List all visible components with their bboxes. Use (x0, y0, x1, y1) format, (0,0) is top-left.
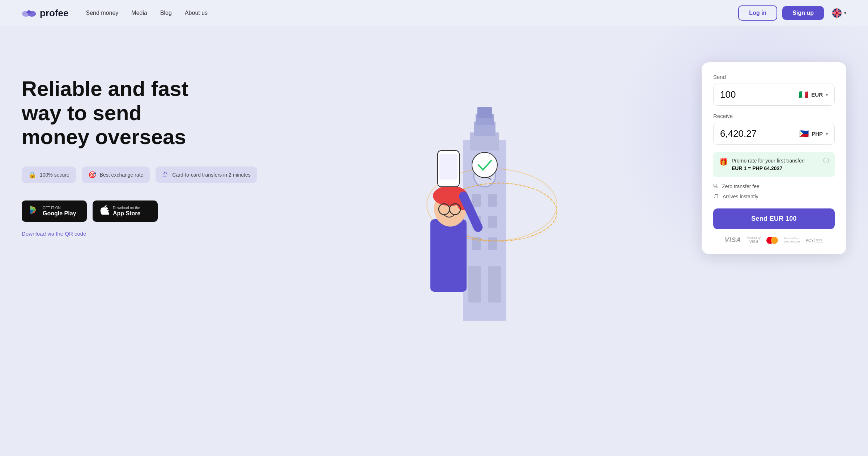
nav-actions: Log in Sign up ▾ (738, 5, 846, 21)
google-play-icon (29, 205, 39, 218)
promo-box: 🎁 Promo rate for your first transfer! EU… (713, 152, 835, 177)
payment-logos: VISA Verified by VISA MasterCard SecureC… (713, 236, 835, 244)
widget-features: % Zero transfer fee ⏱ Arrives instantly (713, 183, 835, 200)
signup-button[interactable]: Sign up (782, 6, 824, 20)
promo-icon: 🎁 (719, 157, 728, 166)
info-icon[interactable]: ⓘ (823, 157, 829, 165)
arrives-icon: ⏱ (713, 193, 719, 200)
navbar: profee Send money Media Blog About us Lo… (0, 0, 868, 26)
receive-currency-flag: 🇵🇭 (799, 129, 809, 139)
app-store-sublabel: Download on the (113, 206, 140, 210)
svg-rect-19 (468, 266, 481, 303)
send-currency-arrow-icon: ▾ (826, 92, 828, 97)
transfer-widget: Send 🇮🇹 EUR ▾ Receive 🇵🇭 PHP ▾ (702, 62, 846, 254)
features-list: 🔒 100% secure 🎯 Best exchange rate ⏱ Car… (22, 166, 702, 183)
clock-icon: ⏱ (162, 171, 169, 179)
mastercard-logo (766, 237, 778, 244)
hero-title: Reliable and fast way to send money over… (22, 77, 210, 149)
logo[interactable]: profee (22, 8, 68, 19)
feature-secure-label: 100% secure (40, 172, 69, 178)
mastercard-securecode-logo: MasterCard SecureCode (784, 237, 800, 243)
nav-link-media[interactable]: Media (131, 10, 147, 16)
nav-link-blog[interactable]: Blog (160, 10, 172, 16)
send-input-row[interactable]: 🇮🇹 EUR ▾ (713, 84, 835, 106)
receive-input-row[interactable]: 🇵🇭 PHP ▾ (713, 123, 835, 145)
send-button[interactable]: Send EUR 100 (713, 208, 835, 229)
instant-feature: ⏱ Arrives instantly (713, 193, 835, 200)
nav-link-send-money[interactable]: Send money (86, 10, 118, 16)
instant-label: Arrives instantly (723, 194, 758, 199)
google-play-button[interactable]: GET IT ON Google Play (22, 200, 87, 222)
feature-speed: ⏱ Card-to-card transfers in 2 minutes (156, 166, 257, 183)
svg-rect-17 (488, 237, 497, 250)
hero-left: Reliable and fast way to send money over… (22, 48, 702, 237)
receive-currency-arrow-icon: ▾ (826, 131, 828, 136)
send-currency-selector[interactable]: 🇮🇹 EUR ▾ (799, 90, 828, 100)
visa-logo: VISA (725, 236, 741, 244)
send-label: Send (713, 74, 835, 80)
lock-icon: 🔒 (28, 171, 36, 179)
feature-rate: 🎯 Best exchange rate (82, 166, 150, 183)
widget-container: Send 🇮🇹 EUR ▾ Receive 🇵🇭 PHP ▾ (702, 62, 846, 254)
svg-rect-20 (488, 266, 501, 303)
send-amount-input[interactable] (720, 89, 799, 100)
promo-rate: EUR 1 = PHP 64.2027 (732, 165, 782, 171)
zero-fee-label: Zero transfer fee (722, 183, 760, 189)
logo-text: profee (40, 8, 68, 19)
send-currency-flag: 🇮🇹 (799, 90, 808, 100)
nav-link-about-us[interactable]: About us (185, 10, 208, 16)
app-store-button[interactable]: Download on the App Store (93, 200, 158, 222)
language-selector[interactable]: ▾ (832, 8, 846, 18)
qr-code-link[interactable]: Download via the QR code (22, 231, 86, 237)
percent-icon: % (713, 183, 718, 190)
receive-currency-selector[interactable]: 🇵🇭 PHP ▾ (799, 129, 828, 139)
apple-icon (100, 205, 109, 217)
feature-rate-label: Best exchange rate (100, 172, 144, 178)
target-icon: 🎯 (88, 171, 96, 179)
zero-fee-feature: % Zero transfer fee (713, 183, 835, 190)
app-store-label: App Store (113, 211, 140, 216)
flag-icon (832, 8, 842, 18)
pci-dss-logo: PCY DSS (805, 238, 823, 242)
app-buttons: GET IT ON Google Play Download on the Ap… (22, 200, 702, 222)
send-currency-code: EUR (811, 92, 823, 98)
receive-currency-code: PHP (812, 131, 823, 137)
receive-amount-input[interactable] (720, 128, 799, 139)
google-play-label: Google Play (43, 211, 76, 216)
verified-visa-logo: Verified by VISA (747, 237, 761, 244)
login-button[interactable]: Log in (738, 5, 777, 21)
feature-secure: 🔒 100% secure (22, 166, 76, 183)
hero-section: Reliable and fast way to send money over… (0, 26, 868, 456)
receive-label: Receive (713, 113, 835, 119)
chevron-down-icon: ▾ (844, 10, 846, 16)
nav-links: Send money Media Blog About us (86, 10, 738, 16)
google-play-sublabel: GET IT ON (43, 206, 76, 210)
feature-speed-label: Card-to-card transfers in 2 minutes (172, 172, 250, 178)
promo-text: Promo rate for your first transfer! (732, 158, 805, 164)
